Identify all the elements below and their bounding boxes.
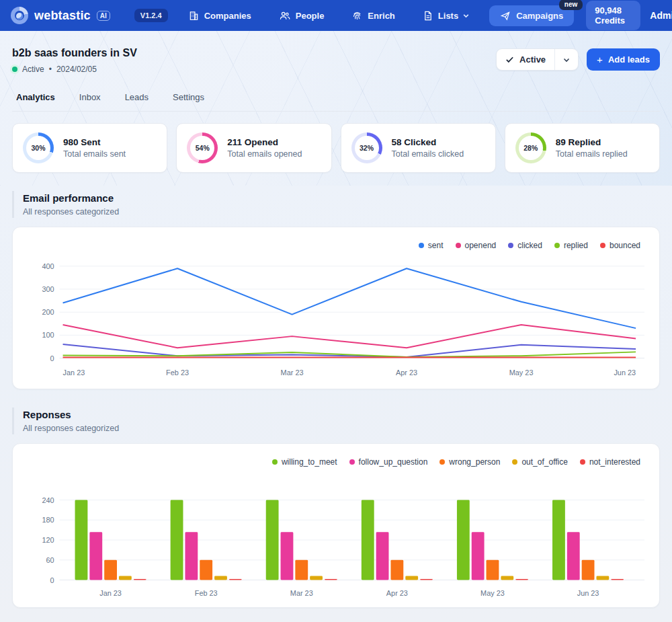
legend-dot-icon	[580, 459, 585, 465]
clicked-subtitle: Total emails clicked	[392, 149, 464, 159]
clicked-donut-chart: 32%	[351, 132, 382, 163]
tab-leads[interactable]: Leads	[125, 92, 149, 102]
add-leads-button[interactable]: + Add leads	[587, 48, 660, 71]
top-navbar: webtastic AI V1.2.4 Companies People Enr…	[0, 0, 672, 31]
legend-item-bounced[interactable]: bounced	[600, 241, 640, 250]
svg-text:0: 0	[50, 576, 54, 584]
nav-item-enrich[interactable]: Enrich	[343, 6, 403, 26]
replied-subtitle: Total emails replied	[556, 149, 628, 159]
legend-dot-icon	[554, 243, 560, 248]
replied-value: 89 Replied	[556, 137, 628, 147]
credits-pill[interactable]: 90,948 Credits	[586, 1, 640, 30]
legend-dot-icon	[419, 243, 424, 248]
active-dropdown-toggle[interactable]	[554, 49, 578, 70]
svg-text:Mar 23: Mar 23	[290, 590, 313, 598]
section-subtitle: All responses categorized	[23, 207, 660, 217]
sent-subtitle: Total emails sent	[63, 149, 126, 159]
svg-text:May 23: May 23	[509, 368, 534, 377]
legend-item-wrong_person[interactable]: wrong_person	[439, 457, 500, 467]
tab-analytics[interactable]: Analytics	[16, 92, 55, 102]
fingerprint-icon	[352, 11, 362, 21]
active-button[interactable]: Active	[497, 49, 554, 70]
legend-dot-icon	[456, 243, 461, 248]
nav-item-lists[interactable]: Lists	[415, 6, 478, 26]
nav-item-companies[interactable]: Companies	[180, 6, 260, 26]
svg-text:100: 100	[42, 331, 54, 339]
legend-item-willing_to_meet[interactable]: willing_to_meet	[272, 457, 337, 467]
svg-text:180: 180	[42, 516, 54, 524]
responses-bar-chart: 060120180240Jan 23Feb 23Mar 23Apr 23May …	[26, 468, 646, 605]
legend-item-replied[interactable]: replied	[554, 241, 588, 250]
legend-item-out_of_office[interactable]: out_of_office	[512, 457, 568, 467]
stat-card-opened: 54% 211 Opened Total emails opened	[176, 123, 331, 173]
navbar-right: 90,948 Credits Admin AW	[586, 1, 672, 30]
clicked-percent: 32%	[355, 136, 379, 160]
sent-donut-chart: 30%	[23, 132, 54, 163]
svg-text:0: 0	[50, 354, 54, 362]
people-icon	[280, 11, 290, 21]
ai-badge: AI	[97, 11, 110, 21]
tab-settings[interactable]: Settings	[173, 92, 204, 102]
svg-text:Feb 23: Feb 23	[195, 590, 218, 598]
tab-bar: Analytics Inbox Leads Settings	[12, 92, 660, 112]
svg-text:Jan 23: Jan 23	[63, 368, 85, 377]
svg-text:200: 200	[42, 308, 54, 316]
svg-text:Apr 23: Apr 23	[396, 368, 417, 377]
new-badge: new	[559, 0, 583, 10]
page-title: b2b saas founders in SV	[12, 47, 137, 59]
sent-percent: 30%	[26, 136, 50, 160]
stat-cards: 30% 980 Sent Total emails sent 54% 211 O…	[12, 123, 660, 173]
admin-label: Admin	[650, 10, 672, 21]
svg-text:60: 60	[46, 556, 54, 564]
building-icon	[189, 11, 199, 21]
legend-dot-icon	[512, 459, 517, 465]
main-nav: Companies People Enrich Lists new Campai…	[175, 5, 580, 26]
legend-item-not_interested[interactable]: not_interested	[580, 457, 640, 467]
status-row: Active • 2024/02/05	[12, 65, 137, 74]
nav-item-people[interactable]: People	[271, 6, 333, 26]
svg-text:Jun 23: Jun 23	[577, 590, 599, 598]
svg-text:120: 120	[42, 536, 54, 544]
svg-text:300: 300	[42, 285, 54, 293]
legend-dot-icon	[349, 459, 355, 465]
status-label: Active	[22, 65, 44, 74]
campaign-date: 2024/02/05	[56, 65, 97, 74]
svg-text:Jan 23: Jan 23	[99, 590, 122, 598]
legend-dot-icon	[439, 459, 445, 465]
chevron-down-icon	[462, 12, 470, 20]
legend-dot-icon	[600, 243, 605, 248]
version-badge: V1.2.4	[134, 9, 168, 22]
legend-item-sent[interactable]: sent	[419, 241, 444, 250]
document-icon	[423, 11, 433, 21]
stat-card-replied: 28% 89 Replied Total emails replied	[505, 123, 660, 173]
svg-text:240: 240	[42, 496, 54, 504]
opened-percent: 54%	[190, 136, 214, 160]
svg-text:Jun 23: Jun 23	[614, 368, 636, 377]
legend-dot-icon	[272, 459, 278, 465]
section-subtitle: All responses categorized	[23, 424, 660, 433]
sent-value: 980 Sent	[63, 137, 126, 147]
opened-subtitle: Total emails opened	[227, 149, 302, 159]
responses-chart-panel: willing_to_meetfollow_up_questionwrong_p…	[12, 443, 660, 608]
svg-text:Apr 23: Apr 23	[386, 590, 408, 598]
section-title: Email performance	[23, 192, 660, 204]
brand[interactable]: webtastic AI	[11, 7, 110, 24]
replied-percent: 28%	[519, 136, 543, 160]
clicked-value: 58 Clicked	[392, 137, 464, 147]
send-icon	[500, 11, 511, 21]
responses-header: Reponses All responses categorized	[12, 407, 660, 434]
legend-item-clicked[interactable]: clicked	[508, 241, 542, 250]
email-performance-line-chart: 0100200300400Jan 23Feb 23Mar 23Apr 23May…	[26, 251, 646, 386]
nav-item-campaigns[interactable]: new Campaigns	[489, 5, 574, 26]
legend-item-openend[interactable]: openend	[456, 241, 497, 250]
stat-card-sent: 30% 980 Sent Total emails sent	[12, 123, 167, 173]
webtastic-logo-icon	[11, 7, 28, 24]
brand-name: webtastic	[34, 9, 91, 23]
section-title: Reponses	[23, 409, 660, 420]
tab-inbox[interactable]: Inbox	[79, 92, 101, 102]
stat-card-clicked: 32% 58 Clicked Total emails clicked	[341, 123, 496, 173]
active-split-button: Active	[496, 48, 579, 71]
bar-chart-legend: willing_to_meetfollow_up_questionwrong_p…	[26, 453, 646, 468]
legend-item-follow_up_question[interactable]: follow_up_question	[349, 457, 428, 467]
page-header: b2b saas founders in SV Active • 2024/02…	[12, 47, 660, 74]
